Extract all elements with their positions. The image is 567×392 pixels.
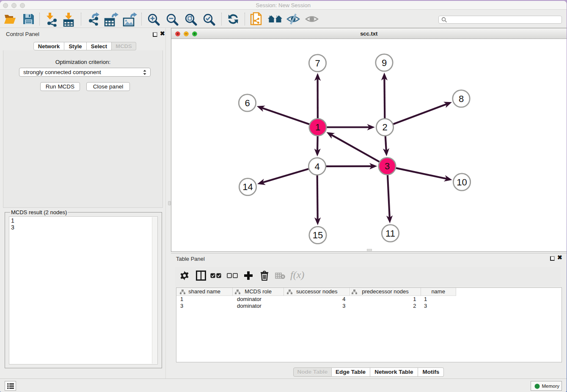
svg-text:14: 14 xyxy=(242,182,253,192)
svg-text:1: 1 xyxy=(315,122,320,133)
svg-text:2: 2 xyxy=(382,122,387,133)
svg-text:15: 15 xyxy=(313,230,323,240)
svg-text:8: 8 xyxy=(459,94,464,104)
svg-text:3: 3 xyxy=(385,161,390,171)
svg-text:9: 9 xyxy=(382,58,387,68)
svg-text:10: 10 xyxy=(457,177,467,188)
svg-text:7: 7 xyxy=(315,58,320,69)
svg-text:6: 6 xyxy=(245,98,250,108)
svg-text:4: 4 xyxy=(314,161,319,172)
svg-text:11: 11 xyxy=(385,228,395,239)
